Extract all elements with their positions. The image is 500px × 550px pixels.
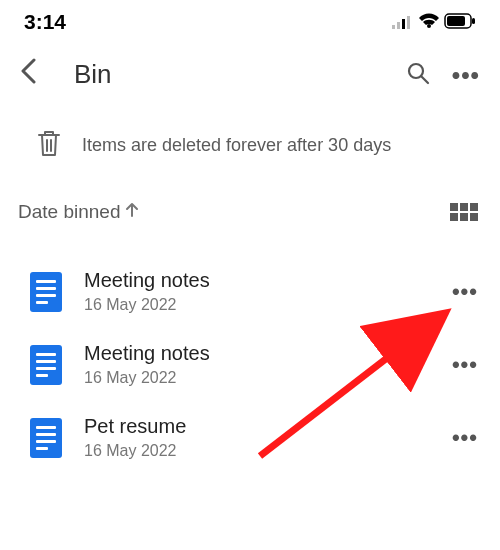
- nav-bar: Bin •••: [0, 40, 500, 101]
- overflow-icon[interactable]: •••: [452, 61, 480, 89]
- svg-rect-6: [447, 16, 465, 26]
- svg-rect-2: [402, 19, 405, 29]
- file-date: 16 May 2022: [84, 442, 430, 460]
- file-date: 16 May 2022: [84, 369, 430, 387]
- status-time: 3:14: [24, 10, 66, 34]
- search-icon[interactable]: [406, 61, 430, 89]
- doc-icon: [30, 345, 62, 385]
- svg-rect-1: [397, 22, 400, 29]
- svg-rect-7: [472, 18, 475, 24]
- file-list: Meeting notes 16 May 2022 ••• Meeting no…: [0, 229, 500, 474]
- sort-row: Date binned: [0, 171, 500, 229]
- svg-line-9: [421, 76, 428, 83]
- sort-control[interactable]: Date binned: [18, 201, 140, 223]
- file-row[interactable]: Pet resume 16 May 2022 •••: [0, 401, 500, 474]
- status-bar: 3:14: [0, 0, 500, 40]
- banner-text: Items are deleted forever after 30 days: [82, 135, 391, 156]
- battery-icon: [444, 10, 476, 34]
- svg-rect-0: [392, 25, 395, 29]
- sort-label: Date binned: [18, 201, 120, 223]
- info-banner: Items are deleted forever after 30 days: [0, 101, 500, 171]
- file-name: Pet resume: [84, 415, 430, 438]
- svg-point-4: [427, 24, 431, 28]
- signal-icon: [392, 10, 414, 34]
- svg-rect-3: [407, 16, 410, 29]
- file-name: Meeting notes: [84, 342, 430, 365]
- file-row[interactable]: Meeting notes 16 May 2022 •••: [0, 255, 500, 328]
- doc-icon: [30, 272, 62, 312]
- file-name: Meeting notes: [84, 269, 430, 292]
- status-icons: [392, 10, 476, 34]
- file-more-icon[interactable]: •••: [452, 352, 478, 378]
- file-date: 16 May 2022: [84, 296, 430, 314]
- grid-view-icon[interactable]: [450, 203, 478, 221]
- wifi-icon: [418, 10, 440, 34]
- arrow-up-icon: [124, 201, 140, 223]
- back-icon[interactable]: [20, 58, 36, 91]
- file-more-icon[interactable]: •••: [452, 279, 478, 305]
- file-row[interactable]: Meeting notes 16 May 2022 •••: [0, 328, 500, 401]
- trash-icon: [36, 129, 62, 161]
- page-title: Bin: [56, 59, 386, 90]
- doc-icon: [30, 418, 62, 458]
- file-more-icon[interactable]: •••: [452, 425, 478, 451]
